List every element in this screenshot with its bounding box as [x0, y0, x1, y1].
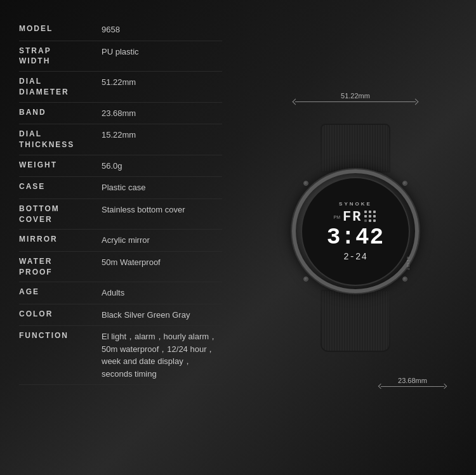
pm-label: PM	[334, 215, 341, 219]
dim-top-label: 51.22mm	[260, 92, 451, 102]
watch-body: LIGHT START MODE RESET WATER RESIST SYNO…	[279, 124, 432, 352]
screw-tl	[303, 181, 308, 186]
spec-label: MODEL	[19, 23, 102, 34]
icon-dot	[369, 211, 371, 213]
dim-bottom-label: 23.68mm	[381, 377, 444, 387]
icon-dot	[373, 219, 376, 222]
spec-row: BAND23.68mm	[19, 103, 222, 125]
spec-row: COLORBlack Silver Green Gray	[19, 304, 222, 327]
icon-dot	[364, 211, 367, 213]
icon-dot	[364, 219, 367, 222]
icon-dot	[373, 215, 376, 218]
bezel-reset-label: RESET	[406, 257, 410, 271]
watch-container: 51.22mm LIGHT START MODE	[260, 86, 451, 390]
icon-dot	[369, 219, 371, 222]
spec-label: COLOR	[19, 309, 102, 320]
watch-case: LIGHT START MODE RESET WATER RESIST SYNO…	[292, 169, 419, 293]
spec-row: WEIGHT56.0g	[19, 155, 222, 178]
brand-label: SYNOKE	[339, 201, 372, 207]
content-wrapper: MODEL9658STRAP WIDTHPU plasticDIAL DIAME…	[0, 0, 476, 475]
spec-value: Adults	[102, 287, 222, 299]
spec-label: DIAL DIAMETER	[19, 76, 102, 98]
spec-value: 50m Waterproof	[102, 256, 222, 269]
spec-row: WATER PROOF50m Waterproof	[19, 252, 222, 283]
spec-value: Black Silver Green Gray	[102, 309, 222, 322]
screw-br	[402, 277, 407, 282]
spec-value: Acrylic mirror	[102, 234, 222, 247]
watch-panel: 51.22mm LIGHT START MODE	[235, 0, 476, 475]
spec-row: AGEAdults	[19, 282, 222, 304]
spec-label: BAND	[19, 107, 102, 118]
display-top-row: PM FR	[334, 209, 378, 225]
spec-label: DIAL THICKNESS	[19, 129, 102, 150]
spec-row: STRAP WIDTHPU plastic	[19, 41, 222, 72]
spec-label: WEIGHT	[19, 160, 102, 171]
spec-value: 15.22mm	[102, 129, 222, 141]
strap-top	[321, 124, 390, 173]
spec-label: CASE	[19, 181, 102, 192]
spec-value: El light，alarm，hourly alarm， 50m waterpr…	[102, 330, 222, 380]
spec-row: FUNCTIONEl light，alarm，hourly alarm， 50m…	[19, 326, 222, 385]
spec-row: DIAL THICKNESS15.22mm	[19, 124, 222, 155]
spec-row: CASEPlastic case	[19, 177, 222, 199]
specs-panel: MODEL9658STRAP WIDTHPU plasticDIAL DIAME…	[0, 0, 235, 475]
time-display: 3:42	[327, 226, 384, 249]
spec-row: MIRRORAcrylic mirror	[19, 230, 222, 252]
spec-value: 51.22mm	[102, 76, 222, 89]
spec-label: MIRROR	[19, 234, 102, 245]
spec-row: BOTTOM COVERStainless bottom cover	[19, 199, 222, 230]
icon-dot	[364, 215, 367, 218]
day-display: FR	[343, 209, 362, 225]
spec-value: Stainless bottom cover	[102, 204, 222, 216]
strap-bottom	[321, 290, 390, 351]
spec-row: DIAL DIAMETER51.22mm	[19, 72, 222, 103]
spec-label: WATER PROOF	[19, 256, 102, 278]
screw-tr	[402, 181, 407, 186]
icon-dot	[369, 215, 371, 218]
icon-grid	[364, 211, 377, 223]
spec-value: 56.0g	[102, 160, 222, 172]
date-display: 2-24	[343, 252, 367, 262]
icon-dot	[373, 211, 376, 213]
spec-value: Plastic case	[102, 181, 222, 194]
spec-row: MODEL9658	[19, 19, 222, 41]
spec-label: STRAP WIDTH	[19, 46, 102, 67]
watch-face: SYNOKE PM FR	[301, 177, 410, 286]
spec-label: AGE	[19, 287, 102, 297]
spec-value: PU plastic	[102, 46, 222, 58]
spec-label: FUNCTION	[19, 330, 102, 341]
screw-bl	[303, 277, 308, 282]
spec-value: 23.68mm	[102, 107, 222, 120]
spec-label: BOTTOM COVER	[19, 204, 102, 225]
spec-value: 9658	[102, 23, 222, 36]
